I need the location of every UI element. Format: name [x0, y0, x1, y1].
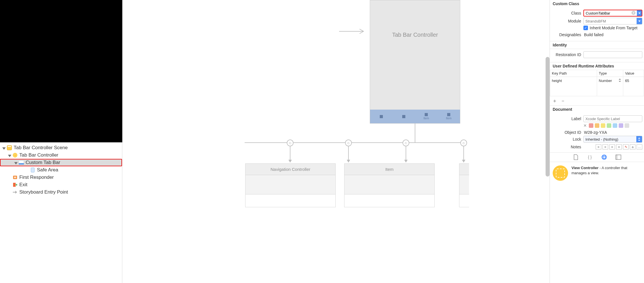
segue-line: [415, 124, 415, 143]
storyboard-canvas[interactable]: Tab Bar Controller Item Item ⎋ ⎋ ⎋ ⎋ Na: [122, 0, 550, 283]
section-header-customclass: Custom Class: [550, 0, 644, 7]
color-swatch[interactable]: [607, 123, 611, 128]
color-swatch[interactable]: [601, 123, 605, 128]
align-right-icon[interactable]: ≡: [609, 144, 615, 149]
tabbarcontroller-box[interactable]: Tab Bar Controller Item Item: [370, 0, 460, 124]
lock-combobox[interactable]: Inherited - (Nothing): [583, 136, 642, 143]
tabbar-item[interactable]: [370, 110, 393, 123]
updown-icon[interactable]: [618, 78, 621, 83]
checkbox-checked-icon[interactable]: ✓: [583, 26, 588, 30]
segue-node-icon[interactable]: ⎋: [403, 140, 409, 146]
svg-marker-6: [14, 162, 18, 164]
col-type: Type: [597, 70, 623, 77]
more-icon[interactable]: …: [637, 144, 642, 149]
class-input[interactable]: [586, 11, 631, 15]
dest-box-item[interactable]: Item: [344, 163, 435, 207]
tab-label: Item: [424, 117, 429, 120]
table-row[interactable]: height Number 65: [550, 77, 644, 85]
color-swatch[interactable]: [619, 123, 623, 128]
align-justify-icon[interactable]: ≡: [616, 144, 622, 149]
navigator-panel: Tab Bar Controller Scene Tab Bar Control…: [0, 0, 122, 283]
svg-marker-14: [638, 13, 641, 14]
code-snippet-icon[interactable]: { }: [587, 154, 593, 160]
library-item-text: View Controller - A controller that mana…: [571, 165, 641, 175]
tab-icon: [425, 113, 428, 116]
dest-body: [459, 194, 469, 207]
outline-label: Exit: [19, 182, 27, 188]
tab-icon: [402, 115, 405, 118]
inherit-checkbox-row[interactable]: ✓ Inherit Module From Target: [583, 26, 642, 30]
svg-marker-17: [619, 81, 621, 82]
color-swatch[interactable]: [613, 123, 617, 128]
segue-node-icon[interactable]: ⎋: [287, 140, 294, 146]
tab-icon: [380, 115, 383, 118]
tabbar-item[interactable]: Item: [415, 110, 437, 123]
media-library-icon[interactable]: [615, 154, 622, 160]
plus-icon[interactable]: ＋: [552, 98, 557, 104]
outline-row-firstresponder[interactable]: First Responder: [0, 174, 122, 181]
exit-icon: [13, 182, 18, 187]
file-template-icon[interactable]: [573, 154, 579, 160]
outline-row-tabbarcontroller[interactable]: Tab Bar Controller: [0, 151, 122, 159]
outline-scene-row[interactable]: Tab Bar Controller Scene: [0, 144, 122, 151]
edit-icon[interactable]: ✎: [623, 144, 629, 149]
module-input[interactable]: [585, 19, 637, 23]
label-input-field[interactable]: [585, 117, 640, 121]
minus-icon[interactable]: －: [560, 98, 565, 104]
color-swatch[interactable]: [625, 123, 629, 128]
segue-node-icon[interactable]: ⎋: [460, 140, 467, 146]
restoration-input[interactable]: [583, 51, 642, 58]
color-swatch[interactable]: [595, 123, 599, 128]
svg-rect-21: [603, 156, 605, 158]
updown-icon[interactable]: [636, 136, 642, 142]
outline-label: Tab Bar Controller: [19, 152, 58, 158]
dest-box-partial[interactable]: [459, 163, 469, 207]
chevron-down-icon[interactable]: [14, 161, 18, 165]
objectid-label: Object ID: [552, 130, 581, 135]
tabbar[interactable]: Item Item: [370, 110, 460, 123]
module-label: Module: [552, 19, 581, 23]
library-item-viewcontroller[interactable]: View Controller - A controller that mana…: [550, 162, 644, 184]
align-center-icon[interactable]: ≡: [602, 144, 608, 149]
outline-row-entrypoint[interactable]: Storyboard Entry Point: [0, 188, 122, 196]
chevron-down-icon[interactable]: [637, 10, 642, 16]
cell-value[interactable]: 65: [623, 77, 644, 85]
class-combobox[interactable]: [583, 10, 642, 17]
chevron-down-icon[interactable]: [8, 153, 12, 157]
align-left-icon[interactable]: ≡: [596, 144, 601, 149]
svg-marker-18: [638, 138, 640, 139]
clear-swatch-icon[interactable]: ✕: [583, 123, 587, 128]
restoration-label: Restoration ID: [552, 52, 581, 57]
outline-row-customtabbar[interactable]: Custom Tab Bar: [0, 159, 122, 166]
scene-icon: [7, 145, 12, 150]
svg-rect-9: [31, 168, 34, 172]
arrow-circle-icon[interactable]: [631, 11, 636, 16]
restoration-input-field[interactable]: [585, 53, 640, 57]
object-library-icon[interactable]: [601, 154, 607, 160]
outline-row-safearea[interactable]: Safe Area: [0, 166, 122, 174]
firstresponder-icon: [13, 175, 18, 180]
library-item-title: View Controller: [571, 166, 598, 170]
chevron-down-icon[interactable]: [637, 18, 642, 24]
tabbar-item[interactable]: [393, 110, 415, 123]
cell-type[interactable]: Number: [597, 77, 623, 85]
color-swatch[interactable]: [589, 123, 593, 128]
svg-marker-16: [619, 79, 621, 80]
module-combobox[interactable]: [583, 18, 642, 24]
scrollbar-vertical[interactable]: [546, 57, 550, 177]
runtime-attributes-table[interactable]: Key Path Type Value height Number 65: [550, 70, 644, 96]
table-spacer: [550, 85, 644, 96]
objectid-value: W28-zg-YXA: [583, 130, 607, 135]
outline-row-exit[interactable]: Exit: [0, 181, 122, 188]
tabbar-item[interactable]: Item: [437, 110, 460, 123]
chevron-down-icon[interactable]: [2, 146, 6, 150]
cell-keypath[interactable]: height: [550, 77, 597, 85]
designables-value: Build failed: [583, 32, 604, 37]
dest-box-nav[interactable]: Navigation Controller: [245, 163, 336, 207]
segue-node-icon[interactable]: ⎋: [345, 140, 352, 146]
label-input[interactable]: [583, 115, 642, 122]
font-icon[interactable]: a: [630, 144, 635, 149]
segue-line: [245, 142, 464, 143]
preview-area: [0, 0, 122, 142]
segue-arrow: [290, 146, 290, 162]
